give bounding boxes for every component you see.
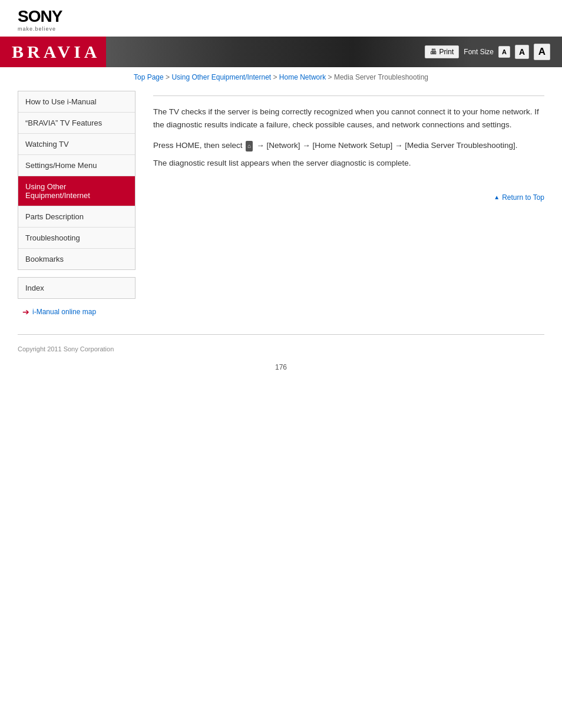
content-divider <box>153 95 544 96</box>
font-size-small-button[interactable]: A <box>498 46 510 58</box>
breadcrumb-top-page[interactable]: Top Page <box>134 73 164 81</box>
online-map-link[interactable]: ➔ i-Manual online map <box>18 307 135 317</box>
sony-brand-text: SONY <box>18 7 544 26</box>
print-icon: 🖶 <box>430 48 437 56</box>
page-description: The TV checks if the server is being cor… <box>153 106 544 131</box>
copyright-text: Copyright 2011 Sony Corporation <box>0 341 562 357</box>
sony-logo: SONY make.believe <box>18 7 544 32</box>
breadcrumb-home-network[interactable]: Home Network <box>279 73 326 81</box>
instruction-network-path: → [Network] → [Home Network Setup] → [Me… <box>256 141 517 150</box>
sidebar-bottom-nav: Index <box>18 277 135 299</box>
main-content: The TV checks if the server is being cor… <box>141 85 562 322</box>
breadcrumb-sep3: > <box>328 73 334 81</box>
print-button[interactable]: 🖶 Print <box>425 45 459 58</box>
home-icon: ⌂ <box>246 141 253 151</box>
footer-divider <box>18 334 544 335</box>
triangle-up-icon: ▲ <box>494 194 500 200</box>
bravia-banner: BRAVIA 🖶 Print Font Size A A A <box>0 37 562 67</box>
instruction-text: Press HOME, then select ⌂ → [Network] → … <box>153 139 544 152</box>
sidebar-item-using-other[interactable]: Using Other Equipment/Internet <box>18 176 135 206</box>
sidebar-item-bookmarks[interactable]: Bookmarks <box>18 249 135 269</box>
sidebar-item-settings[interactable]: Settings/Home Menu <box>18 155 135 176</box>
return-to-top-link[interactable]: ▲ Return to Top <box>494 193 544 202</box>
sidebar-item-index[interactable]: Index <box>18 278 135 298</box>
font-size-label: Font Size <box>464 48 494 56</box>
print-label: Print <box>439 48 454 56</box>
breadcrumb-sep2: > <box>273 73 279 81</box>
breadcrumb-sep1: > <box>166 73 171 81</box>
content-wrapper: How to Use i-Manual “BRAVIA” TV Features… <box>0 85 562 322</box>
online-map-label: i-Manual online map <box>32 308 96 316</box>
sidebar-item-bravia-features[interactable]: “BRAVIA” TV Features <box>18 113 135 134</box>
breadcrumb-current: Media Server Troubleshooting <box>334 73 428 81</box>
font-size-medium-button[interactable]: A <box>515 45 529 59</box>
breadcrumb-using-other[interactable]: Using Other Equipment/Internet <box>171 73 271 81</box>
sony-tagline: make.believe <box>18 26 544 32</box>
sidebar-item-parts-desc[interactable]: Parts Description <box>18 206 135 228</box>
banner-controls: 🖶 Print Font Size A A A <box>425 44 550 60</box>
bravia-title: BRAVIA <box>12 42 100 62</box>
sidebar-item-how-to-use[interactable]: How to Use i-Manual <box>18 91 135 113</box>
instruction-press-home: Press HOME, then select <box>153 141 243 150</box>
sidebar: How to Use i-Manual “BRAVIA” TV Features… <box>0 85 141 322</box>
sidebar-item-troubleshooting[interactable]: Troubleshooting <box>18 228 135 249</box>
instruction-diagnostic-result: The diagnostic result list appears when … <box>153 157 544 170</box>
page-number: 176 <box>0 357 562 383</box>
sidebar-item-watching-tv[interactable]: Watching TV <box>18 134 135 155</box>
return-to-top: ▲ Return to Top <box>153 193 544 202</box>
font-size-large-button[interactable]: A <box>534 44 550 60</box>
return-to-top-label: Return to Top <box>502 193 544 202</box>
sidebar-nav: How to Use i-Manual “BRAVIA” TV Features… <box>18 91 135 270</box>
breadcrumb: Top Page > Using Other Equipment/Interne… <box>0 67 562 85</box>
header: SONY make.believe <box>0 0 562 37</box>
arrow-right-icon: ➔ <box>22 307 29 317</box>
